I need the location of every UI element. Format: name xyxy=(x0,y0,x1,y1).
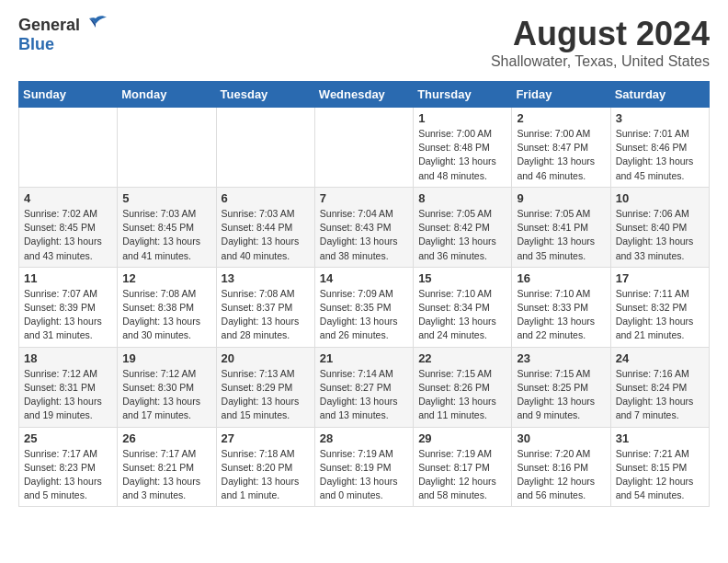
cell-info: Sunrise: 7:12 AMSunset: 8:30 PMDaylight:… xyxy=(122,367,210,423)
table-row: 31Sunrise: 7:21 AMSunset: 8:15 PMDayligh… xyxy=(610,427,709,507)
cell-info: Sunrise: 7:14 AMSunset: 8:27 PMDaylight:… xyxy=(320,367,408,423)
table-row: 25Sunrise: 7:17 AMSunset: 8:23 PMDayligh… xyxy=(19,427,118,507)
cell-info: Sunrise: 7:06 AMSunset: 8:40 PMDaylight:… xyxy=(616,207,704,263)
cell-info: Sunrise: 7:05 AMSunset: 8:42 PMDaylight:… xyxy=(418,207,506,263)
cell-info: Sunrise: 7:17 AMSunset: 8:21 PMDaylight:… xyxy=(122,447,210,503)
cell-day-number: 11 xyxy=(24,271,112,285)
calendar-week-row: 4Sunrise: 7:02 AMSunset: 8:45 PMDaylight… xyxy=(19,187,710,267)
table-row: 18Sunrise: 7:12 AMSunset: 8:31 PMDayligh… xyxy=(19,347,118,427)
logo-general-text: General xyxy=(18,16,80,35)
cell-day-number: 23 xyxy=(517,351,605,365)
cell-day-number: 28 xyxy=(320,431,408,445)
cell-day-number: 10 xyxy=(616,191,704,205)
table-row: 29Sunrise: 7:19 AMSunset: 8:17 PMDayligh… xyxy=(414,427,512,507)
cell-day-number: 9 xyxy=(517,191,605,205)
cell-info: Sunrise: 7:01 AMSunset: 8:46 PMDaylight:… xyxy=(616,127,704,183)
cell-info: Sunrise: 7:03 AMSunset: 8:44 PMDaylight:… xyxy=(222,207,310,263)
calendar-week-row: 18Sunrise: 7:12 AMSunset: 8:31 PMDayligh… xyxy=(19,347,710,427)
cell-info: Sunrise: 7:16 AMSunset: 8:24 PMDaylight:… xyxy=(616,367,704,423)
cell-day-number: 21 xyxy=(320,351,408,365)
cell-day-number: 25 xyxy=(24,431,112,445)
table-row: 30Sunrise: 7:20 AMSunset: 8:16 PMDayligh… xyxy=(512,427,610,507)
cell-info: Sunrise: 7:08 AMSunset: 8:37 PMDaylight:… xyxy=(222,287,310,343)
table-row: 8Sunrise: 7:05 AMSunset: 8:42 PMDaylight… xyxy=(414,187,512,267)
table-row: 2Sunrise: 7:00 AMSunset: 8:47 PMDaylight… xyxy=(512,108,610,188)
cell-info: Sunrise: 7:03 AMSunset: 8:45 PMDaylight:… xyxy=(122,207,210,263)
col-sunday: Sunday xyxy=(19,82,118,108)
cell-info: Sunrise: 7:11 AMSunset: 8:32 PMDaylight:… xyxy=(616,287,704,343)
cell-day-number: 1 xyxy=(418,111,506,125)
calendar-subtitle: Shallowater, Texas, United States xyxy=(491,53,710,70)
cell-day-number: 8 xyxy=(418,191,506,205)
calendar-week-row: 11Sunrise: 7:07 AMSunset: 8:39 PMDayligh… xyxy=(19,267,710,347)
logo: General Blue xyxy=(18,15,108,54)
page-header: General Blue August 2024 Shallowater, Te… xyxy=(18,15,710,70)
cell-info: Sunrise: 7:15 AMSunset: 8:25 PMDaylight:… xyxy=(517,367,605,423)
table-row: 4Sunrise: 7:02 AMSunset: 8:45 PMDaylight… xyxy=(19,187,118,267)
table-row xyxy=(19,108,118,188)
cell-day-number: 19 xyxy=(122,351,210,365)
cell-day-number: 5 xyxy=(122,191,210,205)
calendar-header-row: Sunday Monday Tuesday Wednesday Thursday… xyxy=(19,82,710,108)
cell-info: Sunrise: 7:00 AMSunset: 8:47 PMDaylight:… xyxy=(517,127,605,183)
cell-info: Sunrise: 7:10 AMSunset: 8:34 PMDaylight:… xyxy=(418,287,506,343)
table-row: 15Sunrise: 7:10 AMSunset: 8:34 PMDayligh… xyxy=(414,267,512,347)
cell-day-number: 27 xyxy=(222,431,310,445)
col-friday: Friday xyxy=(512,82,610,108)
cell-info: Sunrise: 7:19 AMSunset: 8:17 PMDaylight:… xyxy=(418,447,506,503)
cell-day-number: 7 xyxy=(320,191,408,205)
table-row: 5Sunrise: 7:03 AMSunset: 8:45 PMDaylight… xyxy=(118,187,216,267)
col-thursday: Thursday xyxy=(414,82,512,108)
cell-info: Sunrise: 7:15 AMSunset: 8:26 PMDaylight:… xyxy=(418,367,506,423)
table-row: 13Sunrise: 7:08 AMSunset: 8:37 PMDayligh… xyxy=(216,267,314,347)
cell-day-number: 18 xyxy=(24,351,112,365)
cell-day-number: 20 xyxy=(222,351,310,365)
cell-day-number: 26 xyxy=(122,431,210,445)
cell-info: Sunrise: 7:10 AMSunset: 8:33 PMDaylight:… xyxy=(517,287,605,343)
cell-day-number: 15 xyxy=(418,271,506,285)
calendar-table: Sunday Monday Tuesday Wednesday Thursday… xyxy=(18,81,710,507)
table-row: 22Sunrise: 7:15 AMSunset: 8:26 PMDayligh… xyxy=(414,347,512,427)
cell-info: Sunrise: 7:12 AMSunset: 8:31 PMDaylight:… xyxy=(24,367,112,423)
table-row xyxy=(314,108,413,188)
cell-day-number: 3 xyxy=(616,111,704,125)
cell-day-number: 2 xyxy=(517,111,605,125)
col-monday: Monday xyxy=(118,82,216,108)
cell-info: Sunrise: 7:05 AMSunset: 8:41 PMDaylight:… xyxy=(517,207,605,263)
table-row: 1Sunrise: 7:00 AMSunset: 8:48 PMDaylight… xyxy=(414,108,512,188)
logo-bird-icon xyxy=(83,15,108,35)
calendar-week-row: 1Sunrise: 7:00 AMSunset: 8:48 PMDaylight… xyxy=(19,108,710,188)
cell-day-number: 6 xyxy=(222,191,310,205)
cell-day-number: 16 xyxy=(517,271,605,285)
cell-day-number: 24 xyxy=(616,351,704,365)
col-saturday: Saturday xyxy=(610,82,709,108)
cell-info: Sunrise: 7:09 AMSunset: 8:35 PMDaylight:… xyxy=(320,287,408,343)
table-row: 19Sunrise: 7:12 AMSunset: 8:30 PMDayligh… xyxy=(118,347,216,427)
cell-day-number: 4 xyxy=(24,191,112,205)
table-row: 26Sunrise: 7:17 AMSunset: 8:21 PMDayligh… xyxy=(118,427,216,507)
cell-info: Sunrise: 7:21 AMSunset: 8:15 PMDaylight:… xyxy=(616,447,704,503)
cell-info: Sunrise: 7:17 AMSunset: 8:23 PMDaylight:… xyxy=(24,447,112,503)
cell-info: Sunrise: 7:02 AMSunset: 8:45 PMDaylight:… xyxy=(24,207,112,263)
cell-day-number: 31 xyxy=(616,431,704,445)
table-row: 21Sunrise: 7:14 AMSunset: 8:27 PMDayligh… xyxy=(314,347,413,427)
calendar-title: August 2024 xyxy=(491,15,710,53)
cell-day-number: 14 xyxy=(320,271,408,285)
table-row: 12Sunrise: 7:08 AMSunset: 8:38 PMDayligh… xyxy=(118,267,216,347)
cell-day-number: 29 xyxy=(418,431,506,445)
logo-blue-text: Blue xyxy=(18,35,54,53)
cell-info: Sunrise: 7:13 AMSunset: 8:29 PMDaylight:… xyxy=(222,367,310,423)
table-row: 10Sunrise: 7:06 AMSunset: 8:40 PMDayligh… xyxy=(610,187,709,267)
table-row: 24Sunrise: 7:16 AMSunset: 8:24 PMDayligh… xyxy=(610,347,709,427)
cell-info: Sunrise: 7:07 AMSunset: 8:39 PMDaylight:… xyxy=(24,287,112,343)
table-row: 6Sunrise: 7:03 AMSunset: 8:44 PMDaylight… xyxy=(216,187,314,267)
cell-info: Sunrise: 7:19 AMSunset: 8:19 PMDaylight:… xyxy=(320,447,408,503)
col-tuesday: Tuesday xyxy=(216,82,314,108)
table-row xyxy=(216,108,314,188)
col-wednesday: Wednesday xyxy=(314,82,413,108)
table-row: 23Sunrise: 7:15 AMSunset: 8:25 PMDayligh… xyxy=(512,347,610,427)
table-row: 28Sunrise: 7:19 AMSunset: 8:19 PMDayligh… xyxy=(314,427,413,507)
table-row: 16Sunrise: 7:10 AMSunset: 8:33 PMDayligh… xyxy=(512,267,610,347)
cell-day-number: 30 xyxy=(517,431,605,445)
cell-day-number: 13 xyxy=(222,271,310,285)
